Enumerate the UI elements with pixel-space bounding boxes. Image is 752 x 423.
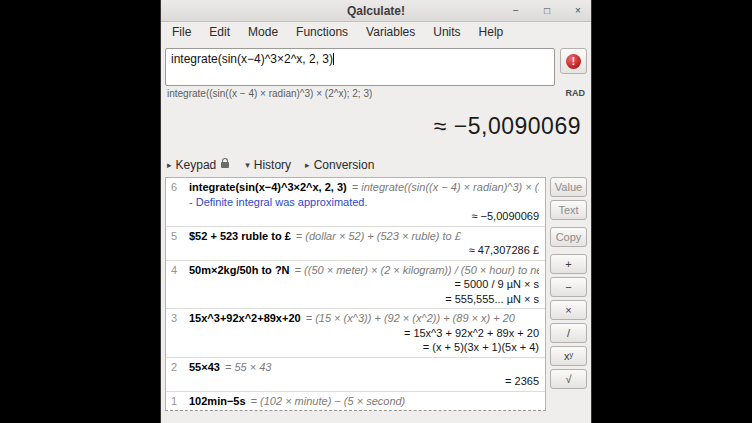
history-row[interactable]: 6integrate(sin(x−4)^3×2^x, 2, 3)= integr… bbox=[166, 178, 545, 227]
text-button[interactable]: Text bbox=[550, 200, 587, 220]
history-index: 2 bbox=[171, 360, 180, 375]
text-cursor bbox=[333, 53, 334, 65]
menu-units[interactable]: Units bbox=[424, 22, 469, 42]
history-row[interactable]: 5$52 + 523 ruble to £= (dollar × 52) + (… bbox=[166, 227, 545, 261]
error-button[interactable]: ! bbox=[560, 48, 587, 74]
sqrt-button[interactable]: √ bbox=[550, 369, 587, 389]
result-display[interactable]: ≈ −5,0090069 bbox=[434, 113, 581, 139]
history-label: History bbox=[254, 158, 291, 172]
history-row[interactable]: 315x^3+92x^2+89x+20= (15 × (x^3)) + (92 … bbox=[166, 309, 545, 358]
history-index: 3 bbox=[171, 311, 180, 326]
menu-mode[interactable]: Mode bbox=[239, 22, 287, 42]
maximize-icon[interactable]: □ bbox=[540, 4, 554, 18]
history-parsed: = (15 × (x^3)) + (92 × (x^2)) + (89 × x)… bbox=[306, 312, 515, 324]
history-parsed: = 55 × 43 bbox=[225, 361, 272, 373]
chevron-down-icon: ▾ bbox=[245, 160, 250, 170]
menu-functions[interactable]: Functions bbox=[287, 22, 357, 42]
menu-edit[interactable]: Edit bbox=[200, 22, 239, 42]
history-parsed: = (dollar × 52) + (523 × ruble) to £ bbox=[296, 230, 461, 242]
history-index: 6 bbox=[171, 180, 180, 195]
history-expression[interactable]: 15x^3+92x^2+89x+20 bbox=[189, 312, 301, 324]
result-area: ≈ −5,0090069 bbox=[165, 101, 587, 153]
chevron-right-icon: ▸ bbox=[305, 160, 310, 170]
minus-button[interactable]: − bbox=[550, 277, 587, 297]
history-result[interactable]: = 1 h + 41 min + 55 s bbox=[171, 408, 539, 411]
history-expression[interactable]: 102min−5s bbox=[189, 395, 246, 407]
history-note: - Definite integral was approximated. bbox=[171, 195, 539, 210]
history-result[interactable]: = 15x^3 + 92x^2 + 89x + 20 bbox=[171, 326, 539, 341]
history-expression[interactable]: 50m×2kg/50h to ?N bbox=[189, 264, 290, 276]
history-result[interactable]: = 5000 / 9 µN × s bbox=[171, 277, 539, 292]
history-parsed: = (102 × minute) − (5 × second) bbox=[251, 395, 406, 407]
error-icon: ! bbox=[566, 54, 581, 69]
divide-button[interactable]: / bbox=[550, 323, 587, 343]
plus-button[interactable]: + bbox=[550, 254, 587, 274]
parsed-expression-preview: integrate((sin((x − 4) × radian)^3) × (2… bbox=[167, 88, 372, 101]
history-expression[interactable]: integrate(sin(x−4)^3×2^x, 2, 3) bbox=[189, 181, 347, 193]
close-icon[interactable]: × bbox=[571, 4, 585, 18]
value-button[interactable]: Value bbox=[550, 177, 587, 197]
conversion-label: Conversion bbox=[314, 158, 375, 172]
menu-file[interactable]: File bbox=[163, 22, 200, 42]
history-expression[interactable]: 55×43 bbox=[189, 361, 220, 373]
history-row[interactable]: 255×43= 55 × 43= 2365 bbox=[166, 358, 545, 392]
history-row[interactable]: 1102min−5s= (102 × minute) − (5 × second… bbox=[166, 392, 545, 412]
multiply-button[interactable]: × bbox=[550, 300, 587, 320]
copy-button[interactable]: Copy bbox=[550, 227, 587, 247]
history-result[interactable]: ≈ −5,0090069 bbox=[171, 209, 539, 224]
history-result[interactable]: = (x + 5)(3x + 1)(5x + 4) bbox=[171, 340, 539, 355]
conversion-expander[interactable]: ▸ Conversion bbox=[305, 158, 374, 172]
history-result[interactable]: = 2365 bbox=[171, 374, 539, 389]
history-parsed: = integrate((sin((x − 4) × radian)^3) × … bbox=[352, 181, 539, 193]
history-result[interactable]: ≈ 47,307286 £ bbox=[171, 243, 539, 258]
history-parsed: = ((50 × meter) × (2 × kilogram)) / (50 … bbox=[295, 264, 539, 276]
history-row[interactable]: 450m×2kg/50h to ?N= ((50 × meter) × (2 ×… bbox=[166, 261, 545, 310]
history-expander[interactable]: ▾ History bbox=[245, 158, 291, 172]
expression-input[interactable]: integrate(sin(x−4)^3×2^x, 2, 3) bbox=[165, 48, 555, 86]
menu-variables[interactable]: Variables bbox=[357, 22, 424, 42]
keypad-expander[interactable]: ▸ Keypad bbox=[167, 158, 231, 172]
chevron-right-icon: ▸ bbox=[167, 160, 172, 170]
qalculate-window: Qalculate! − □ × FileEditModeFunctionsVa… bbox=[160, 0, 592, 423]
menubar: FileEditModeFunctionsVariablesUnitsHelp bbox=[161, 22, 591, 42]
angle-mode-indicator: RAD bbox=[566, 88, 586, 101]
expression-text: integrate(sin(x−4)^3×2^x, 2, 3) bbox=[171, 52, 333, 66]
lock-icon bbox=[221, 162, 229, 168]
history-result[interactable]: = 555,555... µN × s bbox=[171, 292, 539, 307]
history-expression[interactable]: $52 + 523 ruble to £ bbox=[189, 230, 291, 242]
history-list[interactable]: 6integrate(sin(x−4)^3×2^x, 2, 3)= integr… bbox=[165, 177, 546, 411]
titlebar[interactable]: Qalculate! − □ × bbox=[161, 0, 591, 22]
history-index: 5 bbox=[171, 229, 180, 244]
side-button-column: ValueTextCopy+−×/xʸ√ bbox=[550, 177, 587, 392]
history-index: 1 bbox=[171, 394, 180, 409]
menu-help[interactable]: Help bbox=[470, 22, 513, 42]
minimize-icon[interactable]: − bbox=[509, 4, 523, 18]
history-index: 4 bbox=[171, 263, 180, 278]
power-button[interactable]: xʸ bbox=[550, 346, 587, 366]
keypad-label: Keypad bbox=[176, 158, 217, 172]
